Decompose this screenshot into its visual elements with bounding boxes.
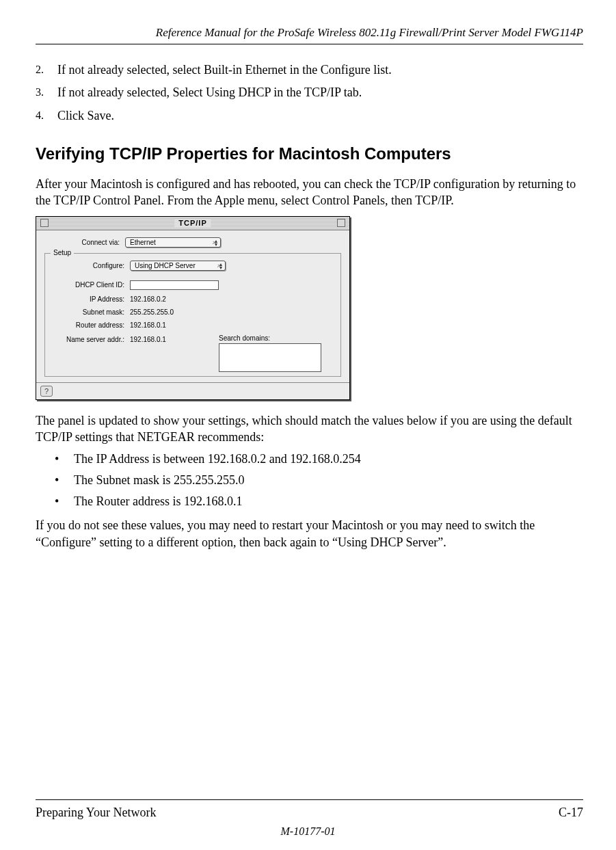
step-number: 4. bbox=[36, 108, 57, 124]
router-label: Router address: bbox=[49, 321, 130, 329]
subnet-row: Subnet mask: 255.255.255.0 bbox=[49, 308, 336, 316]
footer-section: Preparing Your Network bbox=[36, 806, 156, 820]
ip-address-label: IP Address: bbox=[49, 295, 130, 303]
ip-address-value: 192.168.0.2 bbox=[130, 295, 166, 303]
tcpip-footer: ? bbox=[36, 383, 349, 399]
bullet-text: The Subnet mask is 255.255.255.0 bbox=[74, 473, 245, 488]
close-box-icon[interactable] bbox=[40, 219, 49, 227]
intro-paragraph: After your Macintosh is configured and h… bbox=[36, 176, 583, 209]
step-4: 4. Click Save. bbox=[36, 108, 583, 124]
step-text: If not already selected, Select Using DH… bbox=[57, 85, 583, 101]
router-row: Router address: 192.168.0.1 bbox=[49, 321, 336, 329]
tcpip-body: Connect via: Ethernet ▴▾ Setup Configure… bbox=[36, 230, 349, 383]
ip-address-row: IP Address: 192.168.0.2 bbox=[49, 295, 336, 303]
bullet-text: The IP Address is between 192.168.0.2 an… bbox=[74, 452, 361, 466]
configure-dropdown[interactable]: Using DHCP Server ▴▾ bbox=[130, 261, 226, 271]
step-2: 2. If not already selected, select Built… bbox=[36, 62, 583, 78]
step-text: If not already selected, select Built-in… bbox=[57, 62, 583, 78]
connect-via-dropdown[interactable]: Ethernet ▴▾ bbox=[125, 237, 221, 248]
nameserver-value: 192.168.0.1 bbox=[130, 334, 219, 372]
section-heading: Verifying TCP/IP Properties for Macintos… bbox=[36, 144, 583, 163]
footer-page-number: C-17 bbox=[559, 806, 583, 820]
nameserver-search-row: Name server addr.: 192.168.0.1 Search do… bbox=[49, 334, 336, 372]
closing-paragraph: If you do not see these values, you may … bbox=[36, 517, 583, 550]
page-footer: Preparing Your Network C-17 bbox=[36, 799, 583, 820]
configure-row: Configure: Using DHCP Server ▴▾ bbox=[49, 261, 336, 271]
bullet-router: • The Router address is 192.168.0.1 bbox=[36, 494, 583, 509]
search-domains-input[interactable] bbox=[219, 343, 321, 372]
subnet-label: Subnet mask: bbox=[49, 308, 130, 316]
configure-label: Configure: bbox=[49, 262, 130, 269]
dhcp-client-row: DHCP Client ID: bbox=[49, 280, 336, 290]
step-text: Click Save. bbox=[57, 108, 583, 124]
bullet-marker: • bbox=[55, 494, 74, 509]
tcpip-control-panel: TCP/IP Connect via: Ethernet ▴▾ Setup Co… bbox=[36, 216, 350, 400]
subnet-value: 255.255.255.0 bbox=[130, 308, 174, 316]
step-number: 3. bbox=[36, 85, 57, 101]
nameserver-label: Name server addr.: bbox=[49, 334, 130, 372]
bullet-marker: • bbox=[55, 452, 74, 466]
post-panel-paragraph: The panel is updated to show your settin… bbox=[36, 412, 583, 446]
bullet-marker: • bbox=[55, 473, 74, 488]
configure-value: Using DHCP Server bbox=[135, 262, 196, 269]
zoom-box-icon[interactable] bbox=[337, 219, 345, 227]
setup-legend: Setup bbox=[51, 249, 74, 256]
router-value: 192.168.0.1 bbox=[130, 321, 166, 329]
page-header-title: Reference Manual for the ProSafe Wireles… bbox=[36, 26, 583, 44]
bullet-ip-range: • The IP Address is between 192.168.0.2 … bbox=[36, 452, 583, 466]
search-domains-label: Search domains: bbox=[219, 334, 336, 342]
tcpip-window-title: TCP/IP bbox=[174, 219, 211, 227]
help-icon[interactable]: ? bbox=[40, 386, 53, 397]
connect-via-label: Connect via: bbox=[44, 239, 125, 246]
setup-fieldset: Setup Configure: Using DHCP Server ▴▾ DH… bbox=[44, 253, 341, 377]
connect-via-row: Connect via: Ethernet ▴▾ bbox=[44, 237, 341, 248]
dhcp-client-input[interactable] bbox=[130, 280, 219, 290]
footer-doc-id: M-10177-01 bbox=[0, 825, 616, 838]
dropdown-arrows-icon: ▴▾ bbox=[219, 263, 222, 269]
bullet-subnet: • The Subnet mask is 255.255.255.0 bbox=[36, 473, 583, 488]
dhcp-client-label: DHCP Client ID: bbox=[49, 281, 130, 289]
tcpip-titlebar: TCP/IP bbox=[36, 217, 349, 230]
step-number: 2. bbox=[36, 62, 57, 78]
dropdown-arrows-icon: ▴▾ bbox=[215, 239, 217, 246]
bullet-text: The Router address is 192.168.0.1 bbox=[74, 494, 242, 509]
connect-via-value: Ethernet bbox=[130, 239, 156, 246]
step-3: 3. If not already selected, Select Using… bbox=[36, 85, 583, 101]
